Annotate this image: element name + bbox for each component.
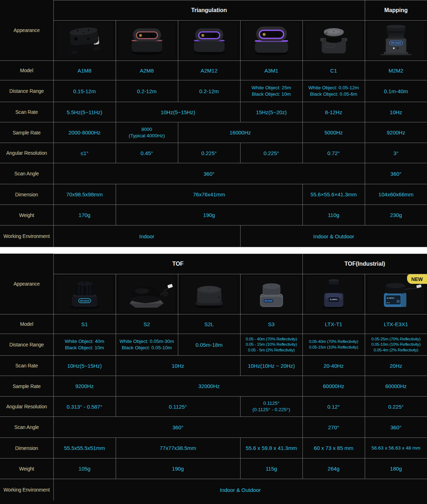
- distance-cell-m2m2: 0.1m-40m: [365, 80, 427, 102]
- dimension-cell-s1: 55.5x55.5x51mm: [53, 438, 116, 458]
- model-cell-a3m1: A3M1: [240, 61, 302, 80]
- row-label-appearance-tof: Appearance: [0, 254, 53, 314]
- appearance-cell-a1m8: [53, 21, 116, 61]
- a3m1-lidar-photo: [243, 22, 300, 59]
- angular-cell-a1m8: ≤1°: [53, 143, 116, 163]
- scan-rate-cell-m2m2: 10Hz: [365, 102, 427, 122]
- group-header-tof: TOF: [53, 254, 302, 274]
- scan-angle-cell-ltx-t1: 270°: [302, 417, 365, 438]
- appearance-cell-s1: RPLIDAR: [53, 274, 116, 314]
- table-divider: [0, 247, 427, 254]
- row-label-scan-rate-tof: Scan Rate: [0, 356, 53, 376]
- appearance-cell-s2: [116, 274, 178, 314]
- s2-product-icon: [119, 276, 175, 312]
- s2-lidar-photo: [119, 276, 175, 312]
- appearance-cell-m2m2: RPLIDAR: [365, 21, 427, 61]
- row-label-dimension-tof: Dimension: [0, 438, 53, 458]
- s2l-lidar-photo: [181, 276, 237, 312]
- row-label-working-environment: Working Environment: [0, 226, 53, 247]
- scan-rate-cell-a2m8-a2m12: 10Hz(5~15Hz): [116, 102, 240, 122]
- weight-cell-s1: 105g: [53, 458, 116, 479]
- m2m2-brand-label: RPLIDAR: [391, 42, 401, 44]
- distance-cell-s1: White Object: 40m Black Object: 10m: [53, 334, 116, 356]
- weight-cell-ltx-t1: 264g: [302, 458, 365, 479]
- appearance-cell-ltx-t1: SLAMTEC: [302, 274, 365, 314]
- angular-cell-a2m12: 0.225°: [178, 143, 240, 163]
- weight-cell-s2-s2l: 190g: [116, 458, 240, 479]
- row-label-model: Model: [0, 61, 53, 80]
- scan-rate-cell-s3: 10Hz(10Hz ~ 20Hz): [240, 356, 302, 376]
- row-label-distance-range: Distance Range: [0, 80, 53, 102]
- row-label-scan-angle-tof: Scan Angle: [0, 417, 53, 438]
- scan-angle-cell-tof: 360°: [53, 417, 302, 438]
- dimension-cell-m2m2: 104x60x66mm: [365, 184, 427, 205]
- a1m8-lidar-photo: [57, 22, 113, 59]
- model-cell-c1: C1: [302, 61, 365, 80]
- distance-cell-a1m8: 0.15-12m: [53, 80, 116, 102]
- scan-rate-cell-ltx-t1: 20-40Hz: [302, 356, 365, 376]
- row-label-appearance: Appearance: [0, 0, 53, 61]
- weight-cell-a1m8: 170g: [53, 205, 116, 226]
- appearance-cell-a2m8: [116, 21, 178, 61]
- a2m8-product-icon: [119, 22, 175, 59]
- row-label-weight-tof: Weight: [0, 458, 53, 479]
- c1-lidar-photo: [306, 22, 362, 59]
- sample-rate-cell-ltx-t1: 60000Hz: [302, 376, 365, 397]
- distance-cell-ltx-e3x1: 0.05-25m (70% Reflectivity) 0.05-10m (10…: [365, 334, 427, 356]
- s3-lidar-photo: RPLIDAR: [243, 276, 300, 312]
- sample-rate-cell-a2m8: 8000 (Typical 4000Hz): [116, 122, 178, 143]
- angular-cell-s3: 0.1125° (0.1125° - 0.225°): [240, 397, 302, 417]
- angular-cell-ltx-e3x1: 0.225°: [365, 397, 427, 417]
- group-header-tof-industrial: TOF(Industrial): [302, 254, 427, 274]
- scan-rate-cell-c1: 8-12Hz: [302, 102, 365, 122]
- scan-angle-cell-m2m2: 360°: [365, 163, 427, 184]
- scan-rate-cell-s2-s2l: 10Hz: [116, 356, 240, 376]
- new-badge: NEW: [407, 274, 427, 284]
- m2m2-lidar-photo: RPLIDAR: [368, 22, 424, 59]
- appearance-cell-a2m12: [178, 21, 240, 61]
- dimension-cell-ltx-e3x1: 56.63 x 56.63 x 48 mm: [365, 438, 427, 458]
- distance-cell-a3m1: White Object: 25m Black Object: 10m: [240, 80, 302, 102]
- distance-cell-a2m12: 0.2-12m: [178, 80, 240, 102]
- model-cell-s1: S1: [53, 314, 116, 334]
- a2m12-lidar-photo: [181, 22, 237, 59]
- row-label-working-environment-tof: Working Environment: [0, 479, 53, 501]
- weight-cell-a2m8-a3m1: 190g: [116, 205, 302, 226]
- s3-product-icon: RPLIDAR: [243, 276, 300, 312]
- distance-cell-a2m8: 0.2-12m: [116, 80, 178, 102]
- a1m8-product-icon: [57, 22, 113, 59]
- scan-angle-cell-triangulation: 360°: [53, 163, 365, 184]
- model-cell-ltx-e3x1: LTX-E3X1: [365, 314, 427, 334]
- weight-cell-m2m2: 230g: [365, 205, 427, 226]
- row-label-scan-rate: Scan Rate: [0, 102, 53, 122]
- row-label-model-tof: Model: [0, 314, 53, 334]
- s2l-product-icon: [181, 276, 237, 312]
- s1-brand-label: RPLIDAR: [80, 300, 90, 302]
- scan-rate-cell-a1m8: 5.5Hz(5~11Hz): [53, 102, 116, 122]
- sample-rate-cell-m2m2: 9200Hz: [365, 122, 427, 143]
- s1-lidar-photo: RPLIDAR: [57, 276, 113, 312]
- row-label-sample-rate-tof: Sample Rate: [0, 376, 53, 397]
- appearance-cell-s3: RPLIDAR: [240, 274, 302, 314]
- angular-cell-ltx-t1: 0.12°: [302, 397, 365, 417]
- model-cell-m2m2: M2M2: [365, 61, 427, 80]
- row-label-dimension: Dimension: [0, 184, 53, 205]
- scan-angle-cell-ltx-e3x1: 360°: [365, 417, 427, 438]
- dimension-cell-s3: 55.6 x 59.8 x 41.3mm: [240, 438, 302, 458]
- distance-cell-s3: 0.05 - 40m (70% Reflectivity) 0.05 - 15m…: [240, 334, 302, 356]
- sample-rate-cell-ltx-e3x1: 60000Hz: [365, 376, 427, 397]
- row-label-angular-resolution-tof: Angular Resolution: [0, 397, 53, 417]
- dimension-cell-s2-s2l: 77x77x38.5mm: [116, 438, 240, 458]
- row-label-angular-resolution: Angular Resolution: [0, 143, 53, 163]
- a3m1-product-icon: [243, 22, 300, 59]
- weight-cell-ltx-e3x1: 180g: [365, 458, 427, 479]
- appearance-cell-ltx-e3x1: NEW SLAMTEC: [365, 274, 427, 314]
- model-cell-s3: S3: [240, 314, 302, 334]
- sample-rate-cell-s2-s3: 32000Hz: [116, 376, 302, 397]
- ltx-t1-lidar-photo: SLAMTEC: [306, 276, 362, 312]
- row-label-sample-rate: Sample Rate: [0, 122, 53, 143]
- weight-cell-s3: 115g: [240, 458, 302, 479]
- ltx-t1-product-icon: SLAMTEC: [306, 276, 362, 312]
- angular-cell-s2-s2l: 0.1125°: [116, 397, 240, 417]
- group-header-mapping: Mapping: [365, 0, 427, 21]
